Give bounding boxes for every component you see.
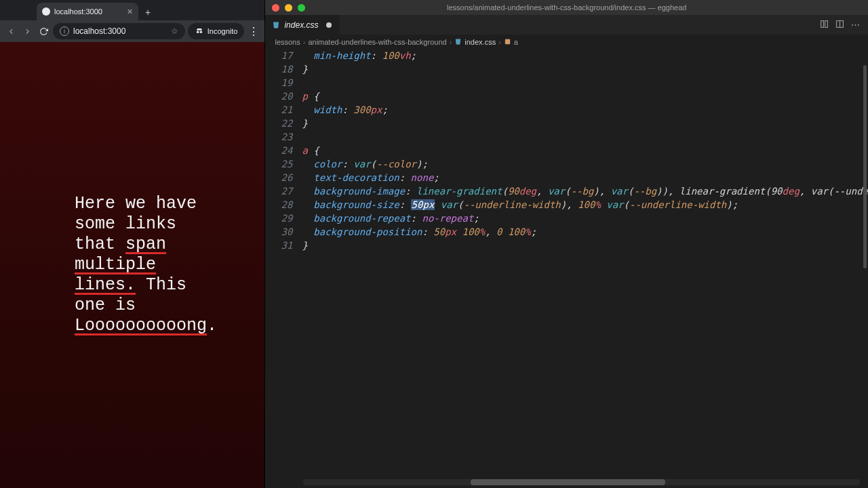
- svg-rect-3: [825, 20, 828, 27]
- url-bar[interactable]: i localhost:3000 ☆: [53, 23, 185, 39]
- chevron-right-icon: ›: [450, 38, 452, 46]
- line-number: 17: [265, 49, 292, 62]
- editor-window: lessons/animated-underlines-with-css-bac…: [265, 0, 868, 488]
- editor-titlebar[interactable]: lessons/animated-underlines-with-css-bac…: [265, 0, 868, 15]
- line-number: 30: [265, 225, 292, 239]
- breadcrumb-segment[interactable]: animated-underlines-with-css-background: [308, 38, 446, 46]
- zoom-window-icon[interactable]: [298, 4, 305, 12]
- breadcrumb[interactable]: lessons › animated-underlines-with-css-b…: [265, 35, 868, 49]
- line-number: 24: [265, 144, 292, 157]
- favicon-icon: [42, 7, 50, 16]
- tabbar-actions: ⋯: [820, 15, 868, 35]
- code-lines[interactable]: min-height: 100vh; } p { width: 300px; }…: [302, 49, 868, 488]
- line-number: 22: [265, 117, 292, 130]
- svg-point-1: [199, 30, 202, 33]
- line-number: 21: [265, 103, 292, 117]
- css-file-icon: [454, 38, 462, 47]
- url-text: localhost:3000: [73, 26, 125, 36]
- editor-tab[interactable]: index.css: [265, 15, 340, 35]
- unsaved-dot-icon: [326, 22, 332, 28]
- browser-tab-title: localhost:3000: [54, 7, 123, 16]
- browser-tab[interactable]: localhost:3000 ✕: [37, 3, 138, 20]
- site-info-icon[interactable]: i: [60, 26, 69, 36]
- svg-rect-2: [821, 20, 824, 27]
- code-area[interactable]: 171819202122232425262728293031 min-heigh…: [265, 49, 868, 488]
- demo-paragraph: Here we have some links that span multip…: [75, 194, 220, 336]
- line-number: 29: [265, 211, 292, 225]
- svg-point-0: [197, 30, 199, 33]
- breadcrumb-segment[interactable]: lessons: [275, 38, 300, 46]
- line-number: 25: [265, 157, 292, 171]
- incognito-label: Incognito: [208, 27, 238, 35]
- minimize-window-icon[interactable]: [285, 4, 292, 12]
- css-file-icon: [272, 21, 280, 29]
- line-number: 26: [265, 171, 292, 184]
- breadcrumb-symbol[interactable]: a: [514, 38, 518, 46]
- browser-tab-strip: localhost:3000 ✕ +: [0, 0, 264, 20]
- window-title: lessons/animated-underlines-with-css-bac…: [265, 3, 868, 12]
- close-icon[interactable]: ✕: [127, 7, 133, 16]
- chevron-right-icon: ›: [498, 38, 501, 46]
- split-editor-icon[interactable]: [835, 20, 844, 30]
- scrollbar-thumb[interactable]: [471, 479, 665, 485]
- back-button[interactable]: [4, 24, 18, 38]
- chevron-right-icon: ›: [303, 38, 306, 46]
- browser-toolbar: i localhost:3000 ☆ Incognito ⋮: [0, 20, 264, 42]
- compare-icon[interactable]: [820, 20, 829, 30]
- svg-rect-6: [505, 39, 510, 43]
- forward-button[interactable]: [20, 24, 34, 38]
- browser-menu-button[interactable]: ⋮: [247, 25, 260, 38]
- breadcrumb-file[interactable]: index.css: [465, 38, 496, 46]
- editor-tab-label: index.css: [284, 20, 318, 30]
- line-number: 20: [265, 89, 292, 103]
- new-tab-button[interactable]: +: [140, 4, 156, 20]
- page-content: Here we have some links that span multip…: [0, 42, 264, 488]
- bookmark-icon[interactable]: ☆: [171, 26, 178, 36]
- editor-tab-bar: index.css ⋯: [265, 15, 868, 35]
- incognito-badge[interactable]: Incognito: [188, 23, 245, 39]
- line-number: 23: [265, 130, 292, 144]
- close-window-icon[interactable]: [272, 4, 279, 12]
- reload-button[interactable]: [37, 24, 50, 38]
- vertical-scrollbar[interactable]: [863, 65, 867, 268]
- line-number: 19: [265, 76, 292, 89]
- demo-link-2[interactable]: Loooooooooong: [75, 316, 207, 336]
- symbol-icon: [504, 38, 511, 47]
- line-number: 28: [265, 198, 292, 211]
- horizontal-scrollbar[interactable]: [303, 479, 860, 485]
- line-number: 27: [265, 184, 292, 198]
- demo-text: .: [207, 316, 217, 336]
- line-number: 31: [265, 239, 292, 252]
- line-number: 18: [265, 62, 292, 76]
- incognito-icon: [195, 26, 204, 36]
- traffic-lights: [265, 4, 305, 12]
- browser-window: localhost:3000 ✕ + i localhost:3000 ☆: [0, 0, 265, 488]
- line-number-gutter: 171819202122232425262728293031: [265, 49, 302, 488]
- more-actions-icon[interactable]: ⋯: [851, 20, 860, 30]
